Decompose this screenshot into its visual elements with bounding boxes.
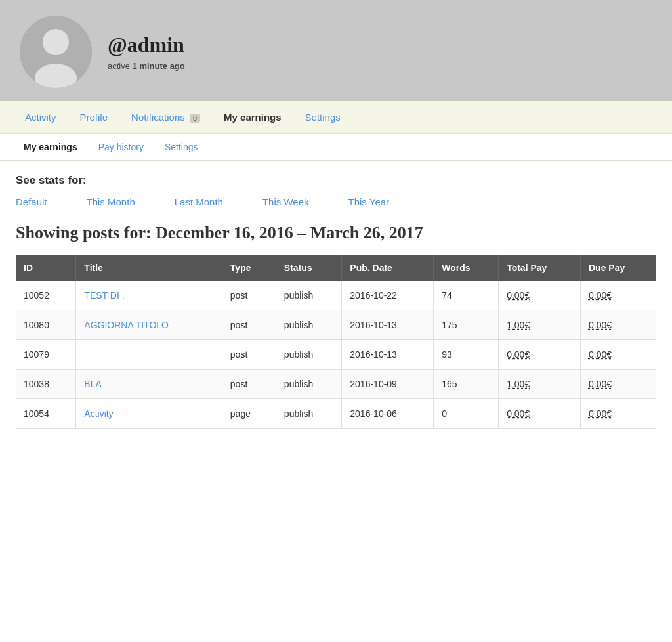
cell-type: post <box>222 370 276 399</box>
cell-words: 0 <box>434 399 499 429</box>
cell-status: publish <box>276 281 341 310</box>
col-total-pay: Total Pay <box>499 255 581 281</box>
col-type: Type <box>222 255 276 281</box>
cell-title[interactable]: BLA <box>76 370 222 399</box>
stats-label: See stats for: <box>16 174 656 187</box>
cell-due-pay: 0.00€ <box>580 370 656 399</box>
cell-pub-date: 2016-10-13 <box>342 310 434 340</box>
notifications-badge: 0 <box>190 114 200 123</box>
cell-status: publish <box>276 340 341 370</box>
title-link[interactable]: Activity <box>84 408 113 419</box>
cell-id: 10054 <box>16 399 76 429</box>
cell-id: 10052 <box>16 281 76 310</box>
svg-point-1 <box>43 29 69 55</box>
table-row: 10038BLApostpublish2016-10-091651.00€0.0… <box>16 370 656 399</box>
cell-total-pay: 0.00€ <box>499 399 581 429</box>
profile-info: @admin active 1 minute ago <box>108 33 185 71</box>
cell-due-pay: 0.00€ <box>580 310 656 340</box>
earnings-table: ID Title Type Status Pub. Date Words Tot… <box>16 255 656 429</box>
cell-title[interactable]: TEST DI , <box>76 281 222 310</box>
nav-profile[interactable]: Profile <box>68 101 120 133</box>
table-header-row: ID Title Type Status Pub. Date Words Tot… <box>16 255 656 281</box>
cell-pub-date: 2016-10-13 <box>342 340 434 370</box>
cell-pub-date: 2016-10-06 <box>342 399 434 429</box>
main-content: See stats for: Default This Month Last M… <box>0 161 672 442</box>
col-title: Title <box>76 255 222 281</box>
cell-status: publish <box>276 310 341 340</box>
col-status: Status <box>276 255 341 281</box>
cell-id: 10079 <box>16 340 76 370</box>
table-row: 10079postpublish2016-10-13930.00€0.00€ <box>16 340 656 370</box>
cell-type: post <box>222 310 276 340</box>
table-row: 10052TEST DI ,postpublish2016-10-22740.0… <box>16 281 656 310</box>
filter-links: Default This Month Last Month This Week … <box>16 196 656 207</box>
cell-status: publish <box>276 370 341 399</box>
cell-id: 10038 <box>16 370 76 399</box>
title-link[interactable]: TEST DI , <box>84 290 124 301</box>
filter-this-month[interactable]: This Month <box>87 196 135 207</box>
cell-type: post <box>222 340 276 370</box>
avatar <box>20 16 92 88</box>
cell-title[interactable]: Activity <box>76 399 222 429</box>
table-row: 10080AGGIORNA TITOLOpostpublish2016-10-1… <box>16 310 656 340</box>
cell-total-pay: 0.00€ <box>499 340 581 370</box>
cell-id: 10080 <box>16 310 76 340</box>
filter-default[interactable]: Default <box>16 196 47 207</box>
col-due-pay: Due Pay <box>580 255 656 281</box>
cell-words: 74 <box>434 281 499 310</box>
cell-type: post <box>222 281 276 310</box>
filter-last-month[interactable]: Last Month <box>175 196 223 207</box>
filter-this-year[interactable]: This Year <box>348 196 390 207</box>
active-time: 1 minute ago <box>133 61 185 71</box>
nav-settings[interactable]: Settings <box>293 101 352 133</box>
showing-title: Showing posts for: December 16, 2016 – M… <box>16 223 656 243</box>
cell-due-pay: 0.00€ <box>580 281 656 310</box>
filter-this-week[interactable]: This Week <box>262 196 309 207</box>
subnav-settings[interactable]: Settings <box>154 134 209 160</box>
subnav-my-earnings[interactable]: My earnings <box>13 134 88 160</box>
title-link[interactable]: BLA <box>84 379 101 389</box>
cell-words: 165 <box>434 370 499 399</box>
cell-pub-date: 2016-10-09 <box>342 370 434 399</box>
cell-due-pay: 0.00€ <box>580 340 656 370</box>
cell-total-pay: 0.00€ <box>499 281 581 310</box>
cell-title <box>76 340 222 370</box>
cell-title[interactable]: AGGIORNA TITOLO <box>76 310 222 340</box>
sub-nav: My earnings Pay history Settings <box>0 134 672 161</box>
col-words: Words <box>434 255 499 281</box>
col-pub-date: Pub. Date <box>342 255 434 281</box>
profile-username: @admin <box>108 33 185 57</box>
cell-due-pay: 0.00€ <box>580 399 656 429</box>
main-nav: Activity Profile Notifications 0 My earn… <box>0 101 672 134</box>
subnav-pay-history[interactable]: Pay history <box>88 134 154 160</box>
cell-status: publish <box>276 399 341 429</box>
cell-type: page <box>222 399 276 429</box>
profile-header: @admin active 1 minute ago <box>0 0 672 101</box>
title-link[interactable]: AGGIORNA TITOLO <box>84 320 169 330</box>
nav-notifications[interactable]: Notifications 0 <box>119 101 212 133</box>
col-id: ID <box>16 255 76 281</box>
nav-activity[interactable]: Activity <box>13 101 68 133</box>
profile-active-status: active 1 minute ago <box>108 61 185 71</box>
table-row: 10054Activitypagepublish2016-10-0600.00€… <box>16 399 656 429</box>
cell-total-pay: 1.00€ <box>499 310 581 340</box>
cell-words: 93 <box>434 340 499 370</box>
cell-words: 175 <box>434 310 499 340</box>
cell-total-pay: 1.00€ <box>499 370 581 399</box>
cell-pub-date: 2016-10-22 <box>342 281 434 310</box>
nav-my-earnings[interactable]: My earnings <box>212 101 293 133</box>
